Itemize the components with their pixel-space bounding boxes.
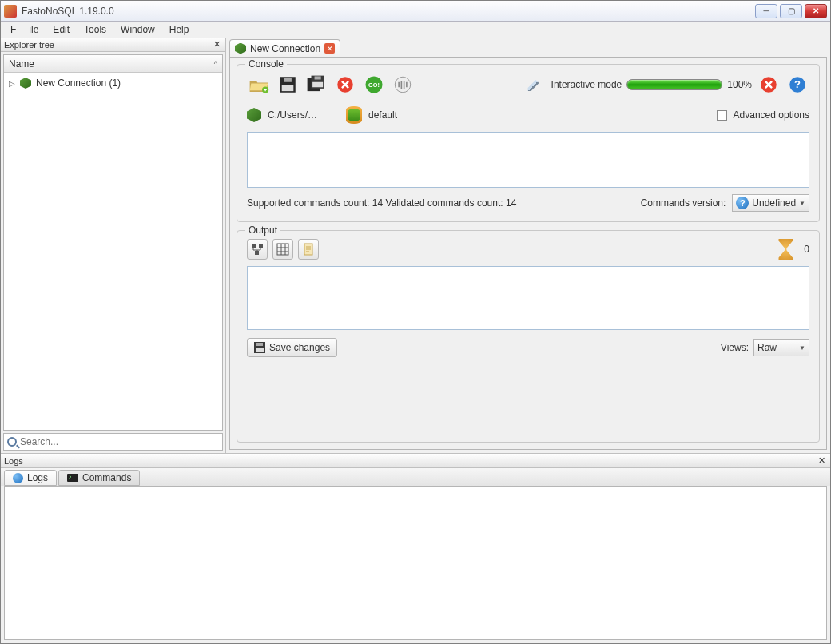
output-legend: Output: [245, 225, 280, 236]
console-group: Console: [237, 64, 820, 222]
save-changes-button[interactable]: Save changes: [247, 338, 337, 357]
svg-rect-2: [284, 78, 292, 82]
explorer-title: Explorer tree: [4, 40, 211, 50]
text-view-button[interactable]: [298, 239, 319, 260]
table-view-icon: [276, 243, 289, 256]
expand-icon[interactable]: ▷: [9, 79, 15, 88]
menu-file[interactable]: File: [4, 22, 45, 37]
logs-tabbar: Logs Commands: [1, 468, 830, 486]
connection-icon: [20, 78, 31, 89]
stop-button[interactable]: [391, 73, 415, 97]
tabbar: New Connection ✕: [226, 38, 830, 57]
globe-icon: [13, 473, 23, 483]
help-small-icon: ?: [736, 197, 749, 209]
tree-column-header[interactable]: Name ^: [4, 55, 222, 73]
menu-window[interactable]: Window: [114, 22, 161, 37]
window-controls: ─ ▢ ✕: [755, 4, 827, 18]
tree-item-label: New Connection (1): [36, 78, 121, 89]
tab-commands[interactable]: Commands: [58, 470, 140, 486]
commands-version-label: Commands version:: [641, 197, 726, 209]
output-footer: Save changes Views: Raw ▼: [247, 338, 809, 357]
floppy-small-icon: [254, 342, 265, 353]
minimize-button[interactable]: ─: [755, 4, 777, 18]
search-input[interactable]: [20, 436, 219, 447]
menu-help[interactable]: Help: [163, 22, 196, 37]
console-toolbar: GO! Interactive mode 100%: [247, 73, 809, 97]
clear-icon: [335, 74, 356, 95]
tree-column-name: Name: [9, 58, 34, 70]
output-group: Output 0: [237, 230, 820, 443]
app-icon: [4, 5, 17, 18]
query-textarea[interactable]: [247, 132, 809, 188]
explorer-close-button[interactable]: ✕: [211, 39, 222, 50]
center-panel: New Connection ✕ Console: [226, 38, 830, 453]
floppy-multi-icon: [306, 74, 327, 95]
save-as-button[interactable]: [304, 73, 328, 97]
views-combo[interactable]: Raw ▼: [753, 339, 809, 356]
tree-view-icon: [251, 243, 264, 256]
cancel-button[interactable]: [757, 73, 781, 97]
tree-view-button[interactable]: [247, 239, 268, 260]
output-textarea[interactable]: [247, 266, 809, 330]
tab-commands-label: Commands: [82, 472, 131, 483]
menubar: File Edit Tools Window Help: [1, 22, 830, 38]
tree-body: ▷ New Connection (1): [4, 73, 222, 430]
save-button[interactable]: [276, 73, 300, 97]
explorer-tree: Name ^ ▷ New Connection (1): [3, 54, 223, 431]
explorer-header: Explorer tree ✕: [1, 38, 225, 52]
cancel-icon: [758, 74, 779, 95]
svg-text:GO!: GO!: [368, 81, 380, 89]
database-name: default: [368, 109, 397, 121]
maximize-button[interactable]: ▢: [780, 4, 802, 18]
supported-commands-text: Supported commands count: 14 Validated c…: [247, 197, 516, 209]
tab-logs[interactable]: Logs: [4, 470, 57, 486]
table-view-button[interactable]: [272, 239, 293, 260]
execute-button[interactable]: GO!: [362, 73, 386, 97]
server-icon: [247, 108, 261, 122]
pencil-icon: [527, 77, 543, 93]
views-label: Views:: [721, 342, 749, 353]
tab-content: Console: [229, 57, 827, 450]
svg-rect-15: [252, 244, 256, 248]
tab-close-button[interactable]: ✕: [324, 43, 335, 54]
logs-body[interactable]: [4, 486, 827, 640]
interactive-mode-label: Interactive mode: [551, 79, 622, 90]
server-path: C:/Users/…: [268, 109, 317, 121]
tab-connection-icon: [235, 43, 246, 54]
tab-new-connection[interactable]: New Connection ✕: [229, 39, 340, 57]
logs-title: Logs: [4, 456, 816, 466]
advanced-label: Advanced options: [734, 109, 809, 121]
close-button[interactable]: ✕: [805, 4, 827, 18]
floppy-icon: [277, 74, 298, 95]
svg-rect-18: [277, 244, 288, 255]
search-icon: [7, 437, 17, 447]
main-area: Explorer tree ✕ Name ^ ▷ New Connection …: [1, 38, 830, 453]
help-button[interactable]: ?: [785, 73, 809, 97]
stop-icon: [392, 74, 413, 95]
search-box[interactable]: [3, 433, 223, 451]
explorer-panel: Explorer tree ✕ Name ^ ▷ New Connection …: [1, 38, 226, 453]
save-changes-label: Save changes: [269, 342, 330, 353]
chevron-down-icon: ▼: [799, 200, 805, 207]
advanced-checkbox[interactable]: [717, 110, 727, 121]
menu-edit[interactable]: Edit: [46, 22, 76, 37]
tree-item[interactable]: ▷ New Connection (1): [7, 76, 219, 90]
help-icon: ?: [787, 74, 808, 95]
progress-bar: [626, 79, 722, 90]
interactive-mode-button[interactable]: [523, 73, 547, 97]
text-view-icon: [302, 243, 315, 256]
svg-rect-16: [259, 244, 263, 248]
open-file-button[interactable]: [247, 73, 271, 97]
tab-logs-label: Logs: [27, 472, 48, 483]
tab-label: New Connection: [250, 43, 320, 54]
logs-close-button[interactable]: ✕: [816, 455, 827, 467]
commands-version-value: Undefined: [752, 197, 796, 209]
chevron-down-icon: ▼: [799, 344, 805, 352]
folder-open-icon: [249, 74, 269, 95]
clear-button[interactable]: [333, 73, 357, 97]
menu-tools[interactable]: Tools: [78, 22, 113, 37]
output-toolbar: 0: [247, 239, 809, 260]
commands-version-combo[interactable]: ? Undefined ▼: [732, 194, 809, 212]
output-count: 0: [804, 244, 809, 255]
titlebar: FastoNoSQL 1.19.0.0 ─ ▢ ✕: [1, 1, 830, 22]
